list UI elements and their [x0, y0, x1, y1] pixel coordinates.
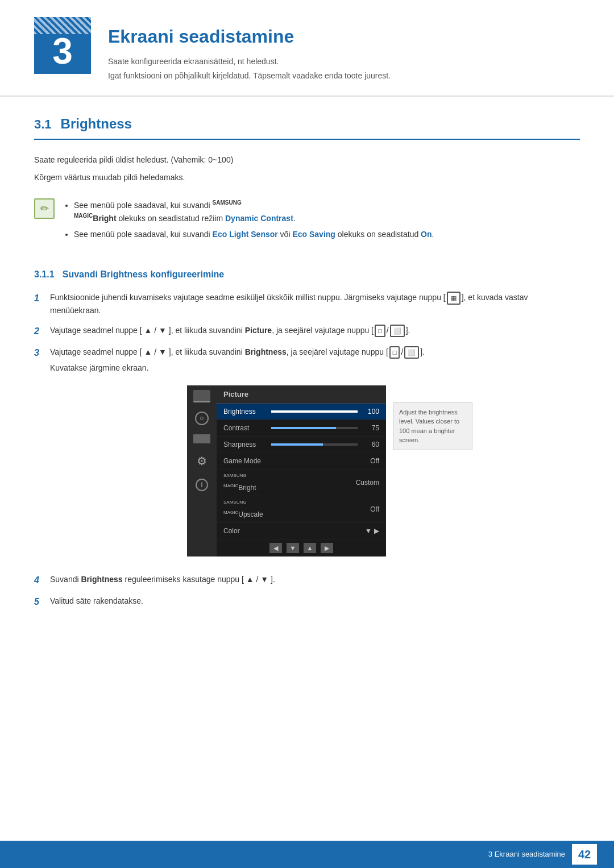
callout-box: Adjust the brightness level. Values clos…: [393, 402, 472, 450]
page-number: 42: [572, 844, 597, 865]
step-5: 5 Valitud säte rakendatakse.: [34, 595, 580, 609]
subsection-3-1-1-heading: 3.1.1 Suvandi Brightness konfigureerimin…: [34, 268, 580, 281]
step-4: 4 Suvandi Brightness reguleerimiseks kas…: [34, 574, 580, 587]
menu-item-contrast-val: 75: [362, 423, 379, 433]
note-icon: [34, 198, 55, 219]
menu-nav: ◀ ▼ ▲ ▶: [217, 539, 386, 556]
eco-light-label: Eco Light Sensor: [213, 230, 278, 239]
menu-item-color: Color ▼ ▶: [217, 523, 386, 539]
section-desc1: Saate reguleerida pildi üldist heledust.…: [34, 154, 580, 166]
section-desc2: Kõrgem väärtus muudab pildi heledamaks.: [34, 172, 580, 184]
brightness-bar-fill: [271, 410, 358, 413]
step-2: 2 Vajutage seadmel nuppe [ ▲ / ▼ ], et l…: [34, 325, 580, 338]
subsection-number: 3.1.1: [34, 269, 55, 279]
main-content: 3.1 Brightness Saate reguleerida pildi ü…: [0, 114, 614, 609]
note-item-2: See menüü pole saadaval, kui suvandi Eco…: [74, 229, 580, 240]
chapter-number: 3: [34, 17, 91, 74]
menu-item-contrast-name: Contrast: [223, 423, 267, 433]
steps-list: 1 Funktsioonide juhendi kuvamiseks vajut…: [34, 292, 580, 374]
chapter-num-text: 3: [52, 24, 73, 78]
steps-list-2: 4 Suvandi Brightness reguleerimiseks kas…: [34, 574, 580, 609]
dynamic-contrast-label: Dynamic Contrast: [225, 213, 293, 222]
menu-item-magicupscale-name: SAMSUNGMAGICUpscale: [223, 499, 269, 520]
page-footer: 3 Ekraani seadistamine 42: [0, 841, 614, 868]
nav-down-btn[interactable]: ▼: [287, 543, 299, 553]
monitor-icon-lines: [193, 434, 210, 443]
nav-right-btn[interactable]: ▶: [321, 543, 333, 553]
monitor-icon-gear: ⚙: [197, 452, 207, 470]
menu-title: Picture: [217, 385, 386, 404]
step-num-5: 5: [34, 595, 50, 609]
step-text-3: Vajutage seadmel nuppe [ ▲ / ▼ ], et lii…: [50, 346, 425, 360]
note-list: See menüü pole saadaval, kui suvandi SAM…: [64, 198, 580, 240]
step-text-1: Funktsioonide juhendi kuvamiseks vajutag…: [50, 292, 580, 317]
menu-item-brightness-name: Brightness: [223, 406, 267, 417]
monitor-icon-info: i: [196, 479, 208, 491]
menu-item-magicbright: SAMSUNGMAGICBright Custom: [217, 470, 386, 496]
on-label: On: [421, 230, 432, 239]
menu-item-gamemode-val: Off: [362, 456, 379, 466]
chapter-title-area: Ekraani seadistamine Saate konfigureerid…: [108, 17, 391, 84]
section-3-1-heading: 3.1 Brightness: [34, 114, 580, 140]
menu-scroll-indicator: ▶: [374, 526, 379, 536]
step-3-extra: Kuvatakse järgmine ekraan.: [50, 362, 149, 374]
note-box: See menüü pole saadaval, kui suvandi SAM…: [34, 193, 580, 251]
contrast-bar-fill: [271, 427, 336, 429]
chapter-desc1: Saate konfigureerida ekraanisätteid, nt …: [108, 56, 391, 68]
step-num-1: 1: [34, 292, 50, 305]
menu-item-brightness-bar: [271, 410, 358, 413]
chapter-desc2: Igat funktsiooni on põhjalikult kirjelda…: [108, 70, 391, 82]
monitor-sidebar: ⚙ i: [187, 385, 217, 557]
page-header: 3 Ekraani seadistamine Saate konfigureer…: [0, 0, 614, 97]
monitor-menu-content: Picture Brightness 100 Contrast: [217, 385, 386, 557]
footer-text: 3 Ekraani seadistamine: [488, 849, 565, 860]
section-title: Brightness: [61, 114, 132, 134]
subsection-title: Suvandi Brightness konfigureerimine: [63, 269, 225, 279]
menu-item-color-name: Color: [223, 526, 267, 536]
menu-item-sharpness-name: Sharpness: [223, 439, 267, 450]
monitor-screen: ⚙ i Picture Brightness 100: [187, 385, 386, 557]
sharpness-bar-fill: [271, 443, 323, 446]
screen-outer: ⚙ i Picture Brightness 100: [187, 385, 472, 557]
menu-item-contrast-bar: [271, 427, 358, 429]
section-number: 3.1: [34, 115, 52, 134]
nav-up-btn[interactable]: ▲: [304, 543, 316, 553]
screen-container: ⚙ i Picture Brightness 100: [80, 385, 580, 557]
monitor-inner: ⚙ i Picture Brightness 100: [187, 385, 386, 557]
menu-item-brightness-val: 100: [362, 406, 379, 417]
step-text-2: Vajutage seadmel nuppe [ ▲ / ▼ ], et lii…: [50, 325, 580, 338]
step-text-5: Valitud säte rakendatakse.: [50, 595, 580, 607]
menu-item-magicbright-name: SAMSUNGMAGICBright: [223, 472, 268, 493]
note-item-1: See menüü pole saadaval, kui suvandi SAM…: [74, 198, 580, 224]
monitor-icon-circle: [195, 412, 209, 425]
menu-item-color-arrow: ▼: [355, 526, 372, 536]
menu-item-gamemode: Game Mode Off: [217, 453, 386, 470]
monitor-icon-tv: [193, 390, 210, 402]
chapter-title: Ekraani seadistamine: [108, 23, 391, 50]
step-text-4: Suvandi Brightness reguleerimiseks kasut…: [50, 574, 580, 585]
nav-left-btn[interactable]: ◀: [269, 543, 282, 553]
menu-item-sharpness: Sharpness 60: [217, 437, 386, 453]
menu-item-brightness: Brightness 100: [217, 404, 386, 420]
menu-item-sharpness-bar: [271, 443, 358, 446]
menu-item-magicupscale: SAMSUNGMAGICUpscale Off: [217, 496, 386, 523]
menu-item-gamemode-name: Game Mode: [223, 456, 269, 466]
note-content: See menüü pole saadaval, kui suvandi SAM…: [64, 198, 580, 245]
eco-saving-label: Eco Saving: [292, 230, 335, 239]
menu-item-magicbright-val: Custom: [356, 477, 379, 488]
step-num-2: 2: [34, 325, 50, 338]
step-num-4: 4: [34, 574, 50, 587]
step-3: 3 Vajutage seadmel nuppe [ ▲ / ▼ ], et l…: [34, 346, 580, 374]
menu-item-magicupscale-val: Off: [362, 504, 379, 514]
menu-item-sharpness-val: 60: [362, 439, 379, 450]
bright-label: Bright: [93, 213, 116, 222]
menu-item-contrast: Contrast 75: [217, 420, 386, 437]
step-1: 1 Funktsioonide juhendi kuvamiseks vajut…: [34, 292, 580, 317]
step-num-3: 3: [34, 346, 50, 360]
